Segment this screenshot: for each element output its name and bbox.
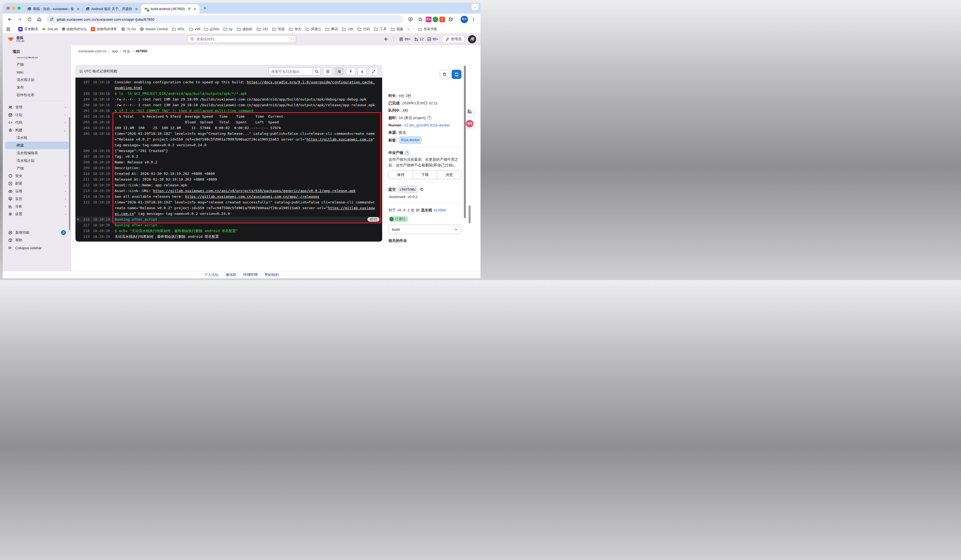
csdn-extension-icon[interactable]: C (439, 17, 445, 22)
footer-link[interactable]: 赞助福利 (265, 272, 279, 277)
line-number[interactable]: 219 (82, 234, 90, 239)
bookmark-item[interactable]: 阿里云 (303, 26, 323, 32)
sidebar-item-流水线计划[interactable]: 流水线计划 (5, 76, 69, 83)
line-number[interactable]: 206 (82, 148, 90, 154)
log-link[interactable]: https://gitlab.xuxiaowei.com.cn/api/v4/p… (153, 189, 356, 193)
line-number[interactable]: 215 (82, 199, 90, 205)
sidebar-item-流水线编辑器[interactable]: 流水线编辑器 (5, 57, 69, 61)
runner-tag-badge[interactable]: 911k-docker (399, 136, 422, 144)
back-button[interactable] (5, 15, 14, 24)
issues-count[interactable]: 99+ (399, 37, 410, 42)
sidebar-item-发布[interactable]: 发布 (5, 83, 69, 91)
bookmark-item[interactable]: GitLab (40, 26, 59, 32)
stage-dropdown[interactable]: build (389, 225, 461, 234)
line-number[interactable]: 199 (82, 96, 90, 102)
profile-avatar[interactable]: 晓伟 (461, 16, 468, 23)
sidebar-item-产物[interactable]: 产物 (5, 61, 69, 68)
breadcrumb-item[interactable]: app (112, 49, 118, 54)
bookmark-item[interactable]: g150s (202, 26, 221, 32)
close-window-button[interactable] (6, 6, 10, 10)
collapse-section-chevron[interactable]: ∨ (77, 217, 79, 222)
scroll-to-top-button[interactable] (346, 67, 355, 75)
tab-close-icon[interactable]: ✕ (192, 6, 197, 11)
bookmark-item[interactable]: 华为 (286, 26, 303, 32)
pipeline-status-badge[interactable]: ✓ 已通过 (389, 216, 408, 222)
erase-job-log-button[interactable] (440, 70, 450, 79)
home-button[interactable] (35, 15, 43, 24)
sidebar-item-Wiki[interactable]: Wiki (5, 68, 69, 76)
new-tab-button[interactable]: + (201, 4, 209, 12)
sidebar-item-计划[interactable]: 计划› (5, 111, 69, 119)
line-number[interactable]: 197 (82, 79, 90, 85)
line-number[interactable]: 217 (82, 222, 90, 228)
download-artifacts-button[interactable]: 下载 (413, 170, 437, 179)
merge-requests-count[interactable]: 12 (414, 37, 423, 42)
help-question-icon[interactable]: ? (427, 116, 431, 120)
line-number[interactable]: 218 (82, 228, 90, 234)
screenshot-assistant-button[interactable] (465, 106, 474, 116)
todos-count[interactable]: 99+ (427, 37, 439, 42)
line-number[interactable]: 209 (82, 165, 90, 171)
browser-tab[interactable]: 伟草稿 - 活动 - xuxiaowei - 徐晓✕ (24, 4, 83, 14)
shield-extension-icon[interactable]: ✓ (432, 17, 438, 22)
create-new-plus-icon[interactable] (383, 37, 389, 42)
bookmark-item[interactable]: x99 (187, 26, 202, 32)
bookmark-item[interactable]: 资源 (270, 26, 286, 32)
log-search-button[interactable] (312, 67, 321, 75)
line-number[interactable]: 201 (82, 108, 90, 114)
line-number[interactable]: 204 (82, 125, 90, 131)
bookmark-item[interactable]: 伟徐晓伟的论坛 (59, 26, 89, 32)
line-number[interactable]: 216 (82, 217, 90, 222)
address-bar[interactable]: gitlab.xuxiaowei.com.cn/xuxiaowei-com-cn… (46, 15, 403, 23)
sidebar-item-监控[interactable]: 监控› (5, 195, 69, 203)
bookmark-item[interactable]: WSL (170, 26, 187, 32)
bookmark-item[interactable]: 虚拟机 (235, 26, 255, 32)
browse-artifacts-button[interactable]: 浏览 (437, 170, 461, 179)
sidebar-item-部署[interactable]: 部署› (5, 180, 69, 188)
bookmark-item[interactable]: 192 (254, 26, 270, 32)
bookmark-item[interactable]: To Do (119, 26, 138, 32)
line-number[interactable]: 211 (82, 177, 90, 182)
job-log-terminal[interactable]: 19718:10:16Consider enabling configurati… (76, 78, 382, 242)
tab-close-icon[interactable]: ✕ (134, 6, 139, 11)
bookmark-item[interactable]: 译百度翻译 (16, 26, 40, 32)
sidebar-item-设置[interactable]: 设置› (5, 210, 69, 218)
bookmark-item[interactable]: C徐晓伟的博客 (89, 26, 119, 32)
detail-value[interactable]: #2 (ku_gUu3P) 911k-docker (404, 122, 450, 129)
pipeline-id-link[interactable]: #12084 (433, 207, 446, 214)
minimize-window-button[interactable] (12, 6, 15, 10)
line-number[interactable]: 207 (82, 154, 90, 159)
line-number[interactable]: 212 (82, 182, 90, 188)
retry-job-button[interactable] (452, 70, 461, 79)
maximize-window-button[interactable] (18, 6, 21, 10)
breadcrumb-item[interactable]: xuxiaowei-com-cn (78, 49, 106, 54)
sidebar-item-安全[interactable]: 安全› (5, 172, 69, 180)
bookmark-item[interactable]: 工具 (372, 26, 389, 32)
bookmark-item[interactable]: ky (221, 26, 235, 32)
admin-area-button[interactable]: 管理员 (442, 35, 464, 43)
line-number[interactable]: 205 (82, 131, 90, 136)
footer-link[interactable]: 微信群 (226, 272, 236, 277)
log-search-input[interactable] (268, 67, 312, 75)
window-scrollbar[interactable] (469, 205, 471, 223)
sidebar-item-Collapse sidebar[interactable]: Collapse sidebar (5, 244, 69, 252)
sidebar-item-作业[interactable]: 作业 (5, 142, 69, 149)
user-avatar[interactable]: 伟 (468, 35, 476, 43)
show-raw-log-button[interactable] (323, 67, 332, 75)
sidebar-item-流水线[interactable]: 流水线 (5, 134, 69, 142)
bookmark-item[interactable]: 代码 (355, 26, 372, 32)
line-number[interactable]: 210 (82, 171, 90, 177)
breadcrumb-item[interactable]: 作业 (123, 49, 130, 54)
sidebar-item-运维[interactable]: 运维› (5, 188, 69, 195)
bookmark-item[interactable]: 视频 (389, 26, 405, 32)
bookmarks-overflow-chevrons[interactable]: » (406, 27, 410, 31)
reload-button[interactable] (25, 15, 34, 24)
line-number[interactable]: 208 (82, 159, 90, 165)
sidebar-item-软件包仓库[interactable]: 软件包仓库 (5, 91, 69, 99)
footer-link[interactable]: 个人论坛 (204, 272, 219, 277)
copy-icon[interactable] (420, 188, 424, 191)
sidebar-item-分析[interactable]: 分析› (5, 203, 69, 210)
tab-close-icon[interactable]: ✕ (76, 6, 80, 11)
gitlab-logo[interactable]: 极狐 GitLab (7, 36, 24, 43)
line-number[interactable]: 198 (82, 91, 90, 96)
